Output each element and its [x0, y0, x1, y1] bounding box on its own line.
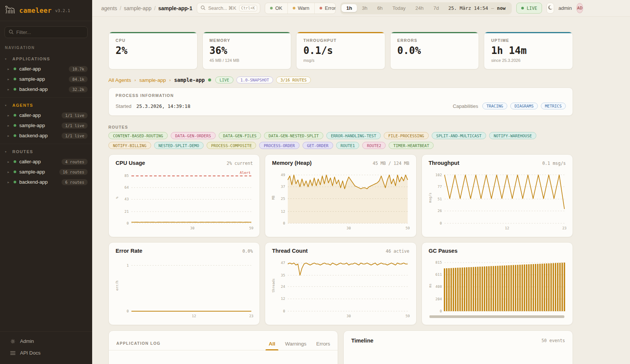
- sidebar-section-header-applications[interactable]: ▾APPLICATIONS: [0, 55, 92, 64]
- sidebar-filter[interactable]: [5, 26, 88, 38]
- sidebar-item-applications-backend-app[interactable]: ▸backend-app32.2k: [0, 84, 92, 94]
- time-range-3h[interactable]: 3h: [357, 4, 372, 12]
- bottom-panels: APPLICATION LOG AllWarningsErrors Timeli…: [108, 330, 573, 364]
- log-tab-warnings[interactable]: Warnings: [285, 341, 307, 350]
- route-badge-split-and-multicast[interactable]: SPLIT-AND-MULTICAST: [432, 132, 486, 139]
- time-range-24h[interactable]: 24h: [411, 4, 429, 12]
- route-badge-content-based-routing[interactable]: CONTENT-BASED-ROUTING: [108, 132, 168, 139]
- sidebar-item-badge: 1/1 live: [62, 112, 88, 118]
- sidebar-item-agents-sample-app[interactable]: ▸sample-app1/1 live: [0, 120, 92, 131]
- sidebar-section-header-agents[interactable]: ▾AGENTS: [0, 101, 92, 110]
- time-range-7d[interactable]: 7d: [429, 4, 444, 12]
- route-badge-data-gen-files[interactable]: DATA-GEN-FILES: [219, 132, 261, 139]
- app-version: v3.2.1: [55, 8, 70, 13]
- breadcrumb-agents[interactable]: agents: [101, 5, 117, 11]
- chart-header-memory-heap: Memory (Heap)45 MB / 124 MB: [270, 160, 411, 168]
- agent-current: sample-app: [174, 77, 205, 83]
- svg-text:msg/s: msg/s: [428, 192, 432, 203]
- route-badge-route2[interactable]: ROUTE2: [362, 142, 386, 149]
- app-logo[interactable]: cameleer v3.2.1: [0, 0, 92, 21]
- sidebar-footer-api-docs[interactable]: API Docs: [0, 347, 92, 359]
- svg-text:24: 24: [281, 284, 286, 289]
- stat-value: 1h 14m: [491, 45, 566, 56]
- live-badge[interactable]: LIVE: [516, 3, 542, 14]
- theme-toggle-button[interactable]: [547, 3, 554, 14]
- route-badge-data-gen-orders[interactable]: DATA-GEN-ORDERS: [171, 132, 216, 139]
- search-input[interactable]: Search... ⌘K Ctrl+K: [197, 3, 260, 14]
- status-filter-warn[interactable]: Warn: [287, 3, 315, 14]
- time-range-1h[interactable]: 1h: [341, 4, 357, 12]
- route-badge-notify-warehouse[interactable]: NOTIFY-WAREHOUSE: [489, 132, 536, 139]
- svg-text:35: 35: [281, 273, 285, 277]
- status-filter-ok[interactable]: OK: [265, 3, 287, 14]
- capabilities-label: Capabilities: [453, 103, 478, 109]
- svg-text:0: 0: [283, 309, 286, 313]
- route-badge-timer-heartbeat[interactable]: TIMER-HEARTBEAT: [389, 142, 434, 149]
- svg-text:0: 0: [440, 221, 442, 225]
- svg-text:26: 26: [437, 209, 442, 213]
- status-dot-icon: [270, 7, 273, 9]
- moon-icon: [548, 5, 553, 12]
- route-badge-data-gen-nested-split[interactable]: DATA-GEN-NESTED-SPLIT: [264, 132, 323, 139]
- svg-text:37: 37: [281, 184, 285, 189]
- agent-link-sample-app[interactable]: sample-app: [139, 77, 166, 83]
- agent-badge-1-0-snapshot: 1.0-SNAPSHOT: [236, 77, 273, 83]
- sidebar-item-badge: 6 routes: [62, 179, 88, 185]
- sidebar-footer-label: API Docs: [20, 350, 40, 356]
- date-range[interactable]: 25. März 14:54—now: [444, 5, 511, 11]
- search-icon: [9, 29, 14, 36]
- breadcrumb-sample-app[interactable]: sample-app: [124, 5, 151, 11]
- sidebar-footer-admin[interactable]: Admin: [0, 335, 92, 347]
- route-badge-notify-billing[interactable]: NOTIFY-BILLING: [108, 142, 151, 149]
- time-range-6h[interactable]: 6h: [372, 4, 388, 12]
- route-badge-process-composite[interactable]: PROCESS-COMPOSITE: [207, 142, 256, 149]
- route-badge-nested-split-demo[interactable]: NESTED-SPLIT-DEMO: [154, 142, 204, 149]
- user-name[interactable]: admin: [559, 5, 572, 11]
- timeline-panel: Timeline 50 events: [343, 330, 573, 364]
- sidebar-item-applications-caller-app[interactable]: ▸caller-app10.7k: [0, 64, 92, 74]
- stat-label: UPTIME: [491, 38, 566, 43]
- main-area: agents / sample-app / sample-app-1 Searc…: [92, 0, 630, 364]
- log-tab-all[interactable]: All: [269, 341, 275, 350]
- chevron-right-icon: ▸: [8, 170, 11, 174]
- status-filter-label: OK: [275, 5, 283, 11]
- route-badge-file-processing[interactable]: FILE-PROCESSING: [384, 132, 429, 139]
- route-badge-route1[interactable]: ROUTE1: [336, 142, 360, 149]
- svg-text:30: 30: [347, 314, 351, 318]
- chevron-right-icon: ▸: [8, 180, 11, 184]
- sidebar-item-badge: 10.7k: [69, 66, 88, 72]
- section-label: APPLICATIONS: [12, 57, 50, 61]
- date-range-separator: —: [491, 5, 494, 11]
- route-badge-process-order[interactable]: PROCESS-ORDER: [259, 142, 299, 149]
- sidebar-item-agents-backend-app[interactable]: ▸backend-app1/1 live: [0, 131, 92, 141]
- chevron-right-icon: ▸: [8, 67, 11, 71]
- sidebar-item-routes-caller-app[interactable]: ▸caller-app4 routes: [0, 157, 92, 167]
- chart-card-memory-heap: Memory (Heap)45 MB / 124 MB012253749MB30…: [265, 154, 416, 237]
- time-range-today[interactable]: Today: [388, 4, 411, 12]
- agent-link-all-agents[interactable]: All Agents: [108, 77, 131, 83]
- svg-text:21: 21: [125, 209, 129, 213]
- log-tab-errors[interactable]: Errors: [316, 341, 330, 350]
- sidebar-item-label: caller-app: [19, 159, 41, 164]
- stat-card-errors: ERRORS0.0%: [390, 32, 479, 69]
- sidebar-item-badge: 1/1 live: [62, 133, 88, 139]
- stat-label: ERRORS: [397, 38, 472, 43]
- chart-canvas-thread-count: 012243547threads3059: [270, 256, 411, 319]
- route-badge-error-handling-test[interactable]: ERROR-HANDLING-TEST: [326, 132, 381, 139]
- sidebar-item-routes-backend-app[interactable]: ▸backend-app6 routes: [0, 177, 92, 187]
- timeline-events-badge: 50 events: [542, 338, 565, 343]
- filter-input[interactable]: [16, 29, 83, 35]
- avatar[interactable]: AD: [576, 3, 583, 13]
- svg-text:1: 1: [127, 263, 129, 267]
- status-filter-error[interactable]: Error: [314, 3, 336, 14]
- capabilities: Capabilities TRACINGDIAGRAMSMETRICS: [453, 103, 566, 109]
- sidebar-item-agents-caller-app[interactable]: ▸caller-app1/1 live: [0, 110, 92, 120]
- route-badge-get-order[interactable]: GET-ORDER: [303, 142, 333, 149]
- sidebar-section-header-routes[interactable]: ▾ROUTES: [0, 148, 92, 157]
- svg-text:ms: ms: [428, 284, 432, 288]
- stat-label: THROUGHPUT: [303, 38, 378, 43]
- sidebar-item-applications-sample-app[interactable]: ▸sample-app84.1k: [0, 74, 92, 84]
- sidebar-item-routes-sample-app[interactable]: ▸sample-app16 routes: [0, 167, 92, 177]
- svg-text:64: 64: [125, 185, 129, 189]
- svg-text:MB: MB: [272, 196, 275, 200]
